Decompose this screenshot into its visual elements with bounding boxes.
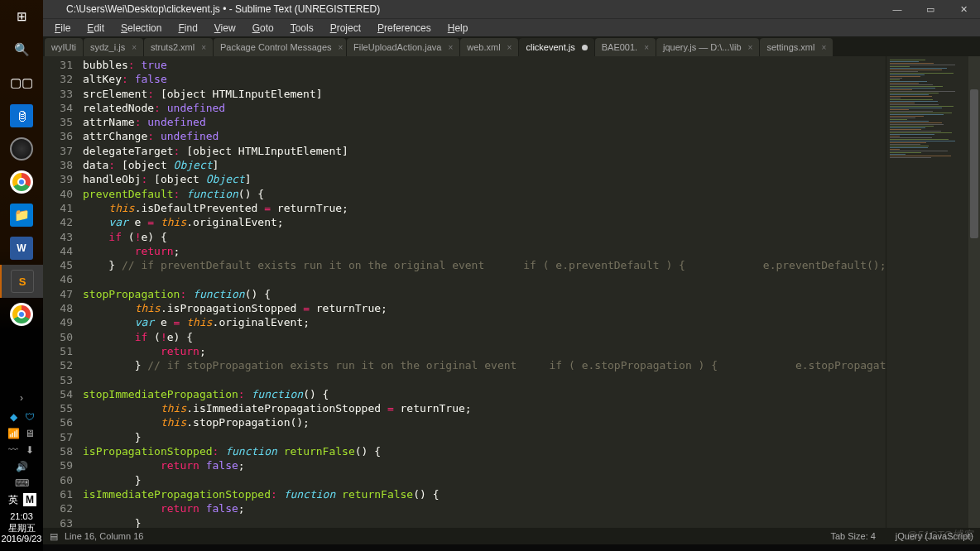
windows-taskbar: ⊞ 🔍 ▢▢ 🛢 📁 W S › ◆ 🛡 📶 🖥 〰 ⬇ 🔊 ⌨ 英 xyxy=(0,0,43,551)
menu-tools[interactable]: Tools xyxy=(282,22,322,34)
search-button[interactable]: 🔍 xyxy=(0,33,43,66)
taskbar-app-chrome-2[interactable] xyxy=(0,298,43,331)
menu-bar: FileEditSelectionFindViewGotoToolsProjec… xyxy=(43,18,980,36)
taskbar-app-sublime[interactable]: S xyxy=(0,265,43,298)
title-bar[interactable]: C:\Users\Wei\Desktop\clickevent.js • - S… xyxy=(43,0,980,18)
clock-date: 2016/9/23 xyxy=(2,534,42,544)
menu-preferences[interactable]: Preferences xyxy=(369,22,440,34)
menu-find[interactable]: Find xyxy=(170,22,205,34)
tab-wyiuti[interactable]: wyIUti xyxy=(45,38,83,56)
taskbar-app-database[interactable]: 🛢 xyxy=(0,99,43,132)
scrollbar-thumb[interactable] xyxy=(970,89,978,238)
minimap[interactable] xyxy=(886,56,968,528)
tray-overflow-icon[interactable]: › xyxy=(0,392,43,409)
watermark: @51CTO博客 xyxy=(906,528,973,543)
status-bar: ▤ Line 16, Column 16 Tab Size: 4 jQuery … xyxy=(43,528,980,544)
tab-settings-xml[interactable]: settings.xml× xyxy=(760,38,833,56)
line-number-gutter: 31 32 33 34 35 36 37 38 39 40 41 42 43 4… xyxy=(43,56,83,528)
tab-bar: wyIUtisydz_i.js×struts2.xml×Package Cont… xyxy=(43,36,980,56)
menu-selection[interactable]: Selection xyxy=(113,22,170,34)
menu-help[interactable]: Help xyxy=(440,22,477,34)
tab-bae001-[interactable]: BAE001.× xyxy=(595,38,656,56)
tray-volume-icon[interactable]: 🔊 xyxy=(15,460,28,473)
cursor-position[interactable]: Line 16, Column 16 xyxy=(65,531,143,541)
tray-waves-icon[interactable]: 〰 xyxy=(7,443,20,457)
taskbar-app-word[interactable]: W xyxy=(0,232,43,265)
tray-keyboard-icon[interactable]: ⌨ xyxy=(15,477,28,490)
app-icon xyxy=(48,2,61,16)
tab-size[interactable]: Tab Size: 4 xyxy=(830,531,875,541)
tray-monitor-icon[interactable]: 🖥 xyxy=(23,427,36,440)
tab-web-xml[interactable]: web.xml× xyxy=(460,38,518,56)
taskbar-app-ring[interactable] xyxy=(0,132,43,165)
tray-shield-icon[interactable]: 🛡 xyxy=(23,410,36,424)
sublime-window: C:\Users\Wei\Desktop\clickevent.js • - S… xyxy=(43,0,980,544)
minimize-button[interactable]: — xyxy=(881,0,914,18)
clock-day: 星期五 xyxy=(2,523,42,534)
tab-package-control-messages[interactable]: Package Control Messages× xyxy=(214,38,346,56)
ime-mode[interactable]: M xyxy=(23,493,36,506)
menu-project[interactable]: Project xyxy=(322,22,369,34)
taskbar-app-explorer[interactable]: 📁 xyxy=(0,199,43,232)
menu-file[interactable]: File xyxy=(46,22,79,34)
menu-edit[interactable]: Edit xyxy=(79,22,113,34)
window-title: C:\Users\Wei\Desktop\clickevent.js • - S… xyxy=(66,3,881,15)
tray-download-icon[interactable]: ⬇ xyxy=(23,443,36,457)
vertical-scrollbar[interactable] xyxy=(968,56,980,528)
clock-time: 21:03 xyxy=(2,511,42,522)
maximize-button[interactable]: ▭ xyxy=(914,0,947,18)
tab-struts2-xml[interactable]: struts2.xml× xyxy=(144,38,213,56)
menu-view[interactable]: View xyxy=(206,22,244,34)
tray-qq-icon[interactable]: ◆ xyxy=(7,410,20,424)
tray-network-icon[interactable]: 📶 xyxy=(7,427,20,440)
tab-clickevent-js[interactable]: clickevent.js xyxy=(519,38,593,56)
close-button[interactable]: ✕ xyxy=(947,0,980,18)
sidebar-toggle-icon[interactable]: ▤ xyxy=(50,531,58,542)
tab-jquery-js---d------lib[interactable]: jquery.js — D:\...\lib× xyxy=(656,38,759,56)
tab-sydz-i-js[interactable]: sydz_i.js× xyxy=(84,38,143,56)
ime-lang[interactable]: 英 xyxy=(7,493,20,506)
editor-body: 31 32 33 34 35 36 37 38 39 40 41 42 43 4… xyxy=(43,56,980,528)
menu-goto[interactable]: Goto xyxy=(244,22,282,34)
taskbar-clock[interactable]: 21:03 星期五 2016/9/23 xyxy=(2,508,42,548)
code-area[interactable]: bubbles: true altKey: false srcElement: … xyxy=(83,56,886,528)
task-view-button[interactable]: ▢▢ xyxy=(0,66,43,99)
taskbar-app-chrome-1[interactable] xyxy=(0,165,43,199)
start-button[interactable]: ⊞ xyxy=(0,0,43,33)
tab-fileuploadaction-java[interactable]: FileUploadAction.java× xyxy=(347,38,459,56)
